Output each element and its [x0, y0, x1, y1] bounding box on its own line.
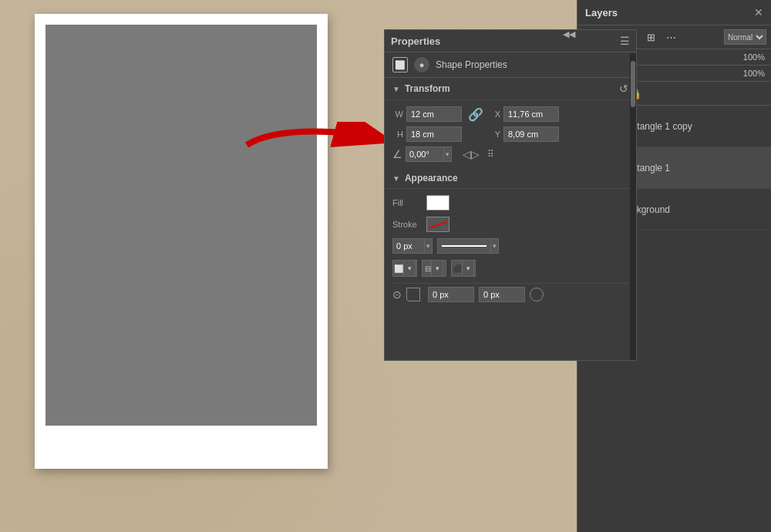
appearance-section-header[interactable]: ▼ Appearance [385, 168, 636, 189]
align-row: ⬜ ▾ ⊟ ▾ ⬛ ▾ [392, 260, 628, 277]
properties-menu-button[interactable]: ☰ [620, 35, 630, 47]
shape-frame-icon[interactable]: ⬜ [392, 57, 408, 72]
shape-properties-label: Shape Properties [436, 59, 507, 70]
flip-horizontal-icon[interactable]: ◁▷ [463, 148, 480, 160]
transform-collapse-arrow: ▼ [392, 85, 400, 93]
y-label: Y [490, 130, 500, 139]
transform-section-header[interactable]: ▼ Transform ↺ [385, 78, 636, 100]
blend-mode-select[interactable]: Normal [724, 29, 766, 45]
align-inside-icon: ⬜ [394, 264, 403, 273]
angle-input[interactable] [406, 148, 443, 160]
opacity-value: 100% [743, 52, 765, 62]
align-center-dropdown[interactable]: ▾ [431, 260, 443, 277]
stroke-line-style-wrapper: ▾ [437, 238, 499, 254]
appearance-section-title: Appearance [405, 173, 628, 184]
stroke-label: Stroke [392, 220, 420, 229]
corner-shape-icon [406, 288, 420, 301]
properties-panel-header: Properties ☰ [385, 30, 636, 52]
align-outside-button[interactable]: ⬛ ▾ [451, 260, 476, 277]
link-proportions-container: 🔗 [468, 107, 483, 122]
appearance-content: Fill Stroke ▾ ▾ ⬜ ▾ ⊟ [385, 189, 636, 308]
stroke-width-row: ▾ ▾ [392, 238, 628, 254]
stroke-width-input[interactable] [393, 240, 424, 252]
properties-title: Properties [391, 35, 440, 47]
align-center-icon: ⊟ [425, 264, 431, 273]
transform-section-title: Transform [405, 83, 619, 94]
collapse-panel-button[interactable]: ◀◀ [563, 29, 575, 39]
corner-radius-input-2[interactable] [479, 287, 525, 302]
fill-label: Fill [392, 198, 420, 207]
width-label: W [392, 109, 403, 119]
more-options-icon[interactable]: ⠿ [487, 149, 494, 160]
transform-reset-button[interactable]: ↺ [619, 82, 628, 95]
stroke-width-input-wrapper: ▾ [392, 238, 433, 254]
x-label: X [490, 109, 500, 119]
stroke-width-dropdown[interactable]: ▾ [424, 239, 432, 253]
x-input[interactable] [503, 106, 559, 122]
align-inside-button[interactable]: ⬜ ▾ [392, 260, 417, 277]
height-label: H [392, 130, 403, 139]
align-center-button[interactable]: ⊟ ▾ [422, 260, 446, 277]
angle-row: ∠ ▾ ◁▷ ⠿ [392, 146, 628, 162]
link-proportions-icon[interactable]: 🔗 [468, 107, 483, 122]
y-input[interactable] [503, 126, 559, 142]
transform-content: W 🔗 X H Y ∠ ▾ ◁▷ ⠿ [385, 100, 636, 168]
properties-scrollbar[interactable] [630, 53, 636, 360]
stroke-line-dropdown[interactable]: ▾ [490, 239, 498, 253]
layers-close-button[interactable]: ✕ [754, 6, 763, 19]
properties-scrollbar-thumb [631, 61, 635, 107]
canvas-gray-rect [45, 25, 317, 426]
fill-color-swatch[interactable] [426, 195, 449, 210]
corner-radius-input-1[interactable] [428, 287, 474, 302]
properties-panel: Properties ☰ ⬜ ● Shape Properties ▼ Tran… [384, 29, 637, 361]
stroke-line-preview [442, 245, 487, 247]
mask-icon[interactable]: ● [414, 57, 429, 72]
fill-row: Fill [392, 195, 628, 210]
corner-radius-row: ⊙ [392, 283, 628, 302]
corner-radius-icon: ⊙ [392, 288, 402, 301]
align-inside-dropdown[interactable]: ▾ [403, 260, 416, 277]
angle-icon: ∠ [392, 148, 402, 160]
shape-properties-bar: ⬜ ● Shape Properties [385, 52, 636, 78]
height-input[interactable] [406, 126, 462, 142]
stroke-row: Stroke [392, 217, 628, 232]
layers-tool-transform[interactable]: ⊞ [642, 29, 659, 45]
polaroid-frame [35, 14, 328, 469]
height-y-row: H Y [392, 126, 628, 142]
width-input[interactable] [406, 106, 462, 122]
layers-title: Layers [585, 7, 618, 19]
align-outside-icon: ⬛ [453, 264, 462, 273]
stroke-color-swatch[interactable] [426, 217, 449, 232]
corner-round-icon [530, 288, 544, 301]
angle-dropdown[interactable]: ▾ [443, 147, 451, 161]
angle-input-wrapper: ▾ [406, 146, 452, 162]
appearance-collapse-arrow: ▼ [392, 174, 400, 183]
layers-panel-header: Layers ✕ [577, 0, 771, 25]
width-x-row: W 🔗 X [392, 106, 628, 122]
align-outside-dropdown[interactable]: ▾ [462, 260, 474, 277]
fill-percentage-value: 100% [743, 69, 765, 78]
layers-tool-more[interactable]: ⋯ [662, 29, 679, 45]
